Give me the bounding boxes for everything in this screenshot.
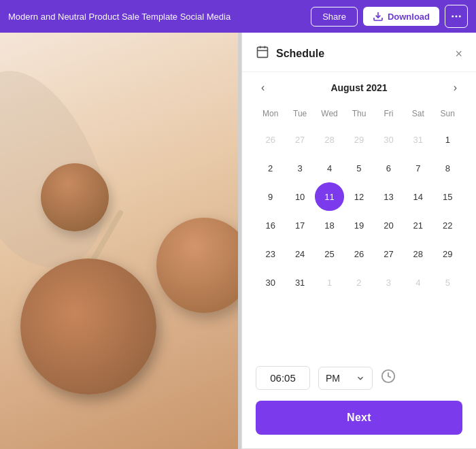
calendar-day[interactable]: 14 bbox=[403, 182, 432, 211]
calendar-day[interactable]: 20 bbox=[374, 211, 403, 239]
svg-point-2 bbox=[456, 16, 458, 18]
calendar-day[interactable]: 16 bbox=[256, 211, 285, 239]
calendar-day[interactable]: 3 bbox=[285, 154, 314, 182]
day-thu: Thu bbox=[344, 106, 373, 125]
next-month-button[interactable]: › bbox=[448, 79, 462, 97]
calendar-day[interactable]: 1 bbox=[315, 268, 344, 297]
month-year-label: August 2021 bbox=[330, 82, 387, 93]
day-sun: Sun bbox=[433, 106, 462, 125]
modal-title: Schedule bbox=[276, 48, 324, 60]
svg-point-3 bbox=[459, 16, 461, 18]
calendar-week-1: 2345678 bbox=[256, 154, 462, 182]
calendar-day[interactable]: 19 bbox=[344, 211, 373, 239]
product-circle-medium bbox=[156, 218, 238, 313]
calendar-day[interactable]: 9 bbox=[256, 182, 285, 211]
modal-header-left: Schedule bbox=[256, 45, 324, 62]
calendar-day[interactable]: 18 bbox=[315, 211, 344, 239]
more-dots-icon bbox=[450, 10, 462, 22]
svg-point-1 bbox=[452, 16, 454, 18]
calendar-day[interactable]: 10 bbox=[285, 182, 314, 211]
calendar-day[interactable]: 29 bbox=[433, 239, 462, 268]
calendar-day[interactable]: 2 bbox=[344, 268, 373, 297]
svg-rect-4 bbox=[258, 47, 268, 57]
calendar-week-0: 2627282930311 bbox=[256, 125, 462, 154]
calendar-day[interactable]: 24 bbox=[285, 239, 314, 268]
calendar-day[interactable]: 25 bbox=[315, 239, 344, 268]
calendar-week-4: 23242526272829 bbox=[256, 239, 462, 268]
prev-month-button[interactable]: ‹ bbox=[256, 79, 270, 97]
calendar: ‹ August 2021 › Mon Tue Wed Thu Fri Sat … bbox=[242, 72, 476, 358]
calendar-day[interactable]: 4 bbox=[403, 268, 432, 297]
header: Modern and Neutral Product Sale Template… bbox=[0, 0, 476, 33]
calendar-day[interactable]: 22 bbox=[433, 211, 462, 239]
calendar-day[interactable]: 29 bbox=[344, 125, 373, 154]
product-circle-large bbox=[20, 259, 156, 395]
calendar-day[interactable]: 17 bbox=[285, 211, 314, 239]
calendar-day[interactable]: 15 bbox=[433, 182, 462, 211]
calendar-day[interactable]: 8 bbox=[433, 154, 462, 182]
download-label: Download bbox=[388, 12, 430, 22]
calendar-grid: Mon Tue Wed Thu Fri Sat Sun 262728293031… bbox=[256, 106, 462, 297]
calendar-day[interactable]: 1 bbox=[433, 125, 462, 154]
calendar-body: 2627282930311234567891011121314151617181… bbox=[256, 125, 462, 297]
calendar-day[interactable]: 30 bbox=[374, 125, 403, 154]
calendar-day[interactable]: 2 bbox=[256, 154, 285, 182]
calendar-week-2: 9101112131415 bbox=[256, 182, 462, 211]
calendar-day[interactable]: 6 bbox=[374, 154, 403, 182]
modal-header: Schedule × bbox=[242, 33, 476, 72]
calendar-day[interactable]: 12 bbox=[344, 182, 373, 211]
chevron-down-icon bbox=[356, 373, 365, 383]
calendar-day[interactable]: 23 bbox=[256, 239, 285, 268]
calendar-day[interactable]: 5 bbox=[433, 268, 462, 297]
product-circle-small bbox=[41, 163, 109, 231]
days-row: Mon Tue Wed Thu Fri Sat Sun bbox=[256, 106, 462, 125]
calendar-day[interactable]: 3 bbox=[374, 268, 403, 297]
calendar-nav: ‹ August 2021 › bbox=[256, 79, 462, 97]
download-icon bbox=[373, 11, 384, 22]
calendar-day[interactable]: 13 bbox=[374, 182, 403, 211]
more-options-button[interactable] bbox=[445, 5, 468, 28]
calendar-week-3: 16171819202122 bbox=[256, 211, 462, 239]
day-sat: Sat bbox=[403, 106, 432, 125]
calendar-day[interactable]: 30 bbox=[256, 268, 285, 297]
calendar-day[interactable]: 4 bbox=[315, 154, 344, 182]
time-input[interactable] bbox=[256, 366, 310, 390]
canvas-preview bbox=[0, 33, 238, 449]
calendar-day[interactable]: 31 bbox=[403, 125, 432, 154]
share-button[interactable]: Share bbox=[311, 7, 358, 27]
day-mon: Mon bbox=[256, 106, 285, 125]
clock-icon[interactable] bbox=[381, 369, 396, 387]
close-button[interactable]: × bbox=[455, 48, 462, 60]
ampm-value: PM bbox=[326, 373, 340, 384]
schedule-modal: Schedule × ‹ August 2021 › Mon Tue Wed T… bbox=[241, 33, 476, 449]
calendar-day[interactable]: 21 bbox=[403, 211, 432, 239]
ampm-select[interactable]: PM bbox=[318, 367, 373, 390]
canvas-area: Schedule × ‹ August 2021 › Mon Tue Wed T… bbox=[0, 33, 476, 449]
calendar-day[interactable]: 27 bbox=[374, 239, 403, 268]
calendar-day[interactable]: 5 bbox=[344, 154, 373, 182]
day-fri: Fri bbox=[374, 106, 403, 125]
calendar-week-5: 303112345 bbox=[256, 268, 462, 297]
calendar-header: Mon Tue Wed Thu Fri Sat Sun bbox=[256, 106, 462, 125]
page-title: Modern and Neutral Product Sale Template… bbox=[8, 12, 305, 22]
calendar-day[interactable]: 26 bbox=[344, 239, 373, 268]
time-section: PM bbox=[242, 358, 476, 401]
calendar-icon bbox=[256, 45, 269, 62]
calendar-day[interactable]: 11 bbox=[315, 182, 344, 211]
calendar-day[interactable]: 26 bbox=[256, 125, 285, 154]
calendar-day[interactable]: 28 bbox=[403, 239, 432, 268]
calendar-day[interactable]: 27 bbox=[285, 125, 314, 154]
day-wed: Wed bbox=[315, 106, 344, 125]
download-button[interactable]: Download bbox=[363, 7, 439, 26]
next-button[interactable]: Next bbox=[256, 401, 462, 435]
calendar-day[interactable]: 7 bbox=[403, 154, 432, 182]
calendar-day[interactable]: 31 bbox=[285, 268, 314, 297]
calendar-day[interactable]: 28 bbox=[315, 125, 344, 154]
day-tue: Tue bbox=[285, 106, 314, 125]
